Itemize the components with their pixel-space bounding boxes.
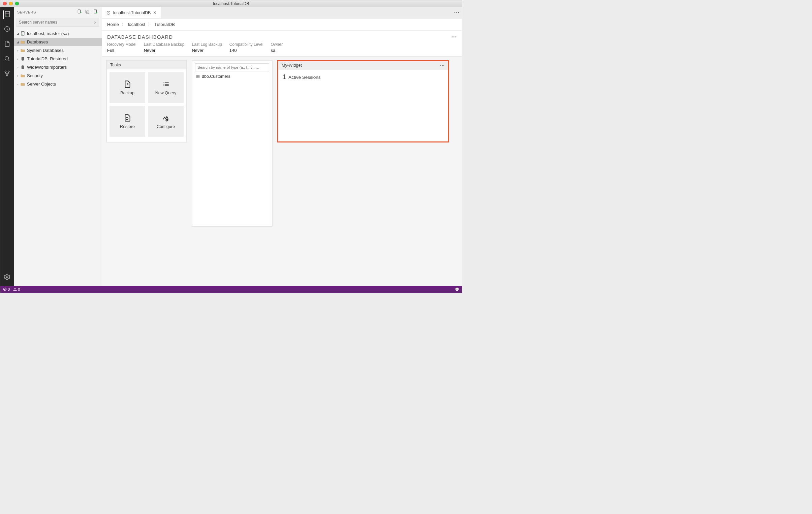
prop-value: Never bbox=[192, 48, 222, 53]
tab-tutorialdb-dashboard[interactable]: localhost:TutorialDB ✕ bbox=[102, 7, 161, 18]
svg-point-5 bbox=[5, 71, 6, 72]
svg-point-24 bbox=[456, 288, 457, 289]
prop-value: sa bbox=[271, 48, 283, 53]
svg-point-23 bbox=[456, 287, 459, 291]
dashboard-properties: Recovery ModelFull Last Database BackupN… bbox=[102, 40, 462, 57]
expand-icon: ▹ bbox=[16, 83, 19, 86]
chevron-right-icon: 〉 bbox=[122, 22, 125, 27]
new-server-group-icon[interactable] bbox=[85, 9, 90, 15]
chevron-right-icon: 〉 bbox=[148, 22, 152, 27]
panel-title: Tasks bbox=[110, 63, 121, 67]
editor-tabs: localhost:TutorialDB ✕ ··· bbox=[102, 7, 462, 19]
tree-server-objects-folder[interactable]: ▹ Server Objects bbox=[14, 80, 102, 88]
task-configure-button[interactable]: Configure bbox=[148, 106, 184, 137]
prop-value: 140 bbox=[229, 48, 263, 53]
object-search-input[interactable] bbox=[198, 65, 267, 69]
svg-rect-11 bbox=[87, 11, 89, 14]
tasks-panel: Tasks Backup New Query bbox=[106, 60, 187, 143]
server-search-box[interactable]: × bbox=[17, 18, 99, 27]
svg-rect-2 bbox=[6, 16, 7, 17]
widget-label: Active Sessions bbox=[288, 75, 320, 80]
tab-overflow-menu-icon[interactable]: ··· bbox=[452, 7, 462, 18]
new-query-icon bbox=[162, 80, 170, 89]
configure-icon bbox=[162, 114, 170, 122]
active-connections-icon[interactable] bbox=[93, 9, 98, 15]
expand-icon: ▹ bbox=[16, 66, 19, 69]
tree-system-databases[interactable]: ▹ System Databases bbox=[14, 46, 102, 55]
dashboard-more-icon[interactable]: ··· bbox=[452, 34, 457, 40]
status-warnings[interactable]: 0 bbox=[13, 287, 20, 291]
tree-label: Databases bbox=[27, 39, 48, 44]
task-label: Backup bbox=[120, 91, 135, 95]
status-bar: 0 0 bbox=[0, 286, 462, 293]
object-search-box[interactable] bbox=[195, 63, 269, 71]
window-title: localhost:TutorialDB bbox=[213, 1, 249, 6]
task-new-query-button[interactable]: New Query bbox=[148, 72, 184, 103]
close-tab-icon[interactable]: ✕ bbox=[153, 10, 157, 15]
dashboard-icon bbox=[106, 10, 111, 15]
svg-rect-9 bbox=[78, 10, 80, 13]
database-icon bbox=[20, 65, 25, 70]
task-label: Restore bbox=[120, 124, 135, 129]
explorer-activity-icon[interactable] bbox=[3, 40, 11, 49]
prop-label: Recovery Model bbox=[107, 42, 137, 47]
table-icon bbox=[196, 74, 200, 79]
svg-point-7 bbox=[6, 74, 8, 76]
breadcrumb-home[interactable]: Home bbox=[107, 22, 119, 27]
dashboard-heading: DATABASE DASHBOARD bbox=[107, 34, 173, 40]
tree-security-folder[interactable]: ▹ Security bbox=[14, 71, 102, 80]
tree-label: WideWorldImporters bbox=[27, 65, 67, 70]
window-titlebar: localhost:TutorialDB bbox=[0, 0, 462, 7]
widget-more-icon[interactable]: ··· bbox=[440, 63, 445, 68]
search-activity-icon[interactable] bbox=[3, 55, 11, 64]
my-widget-panel: My-Widget ··· 1 Active Sessions bbox=[277, 60, 449, 143]
collapse-icon: ◢ bbox=[16, 32, 19, 35]
task-history-activity-icon[interactable] bbox=[3, 25, 11, 34]
expand-icon: ▹ bbox=[16, 49, 19, 52]
breadcrumb-database[interactable]: TutorialDB bbox=[154, 22, 175, 27]
folder-icon bbox=[20, 73, 25, 79]
server-search-input[interactable] bbox=[19, 20, 94, 25]
prop-label: Owner bbox=[271, 42, 283, 47]
close-window-button[interactable] bbox=[3, 2, 7, 5]
restore-icon bbox=[123, 114, 132, 122]
svg-point-4 bbox=[5, 57, 9, 60]
tree-wideworldimporters[interactable]: ▹ WideWorldImporters bbox=[14, 63, 102, 71]
task-restore-button[interactable]: Restore bbox=[110, 106, 145, 137]
server-tree: ◢ localhost, master (sa) ◢ Databases ▹ S… bbox=[14, 28, 102, 88]
svg-rect-1 bbox=[5, 11, 10, 13]
new-connection-icon[interactable] bbox=[77, 9, 82, 15]
status-errors[interactable]: 0 bbox=[3, 287, 10, 291]
task-backup-button[interactable]: Backup bbox=[110, 72, 145, 103]
breadcrumb-server[interactable]: localhost bbox=[128, 22, 145, 27]
sidebar-title: SERVERS bbox=[17, 10, 36, 14]
prop-label: Last Database Backup bbox=[144, 42, 185, 47]
svg-rect-21 bbox=[197, 75, 200, 78]
svg-point-20 bbox=[166, 119, 168, 121]
prop-label: Compatibility Level bbox=[229, 42, 263, 47]
expand-icon: ▹ bbox=[16, 74, 19, 78]
expand-icon: ▹ bbox=[16, 57, 19, 61]
svg-rect-15 bbox=[21, 32, 24, 33]
clear-search-icon[interactable]: × bbox=[94, 20, 97, 25]
servers-activity-icon[interactable] bbox=[3, 10, 11, 19]
window-controls bbox=[3, 2, 19, 5]
prop-value: Full bbox=[107, 48, 137, 53]
main-area: localhost:TutorialDB ✕ ··· Home 〉 localh… bbox=[102, 7, 462, 286]
prop-value: Never bbox=[144, 48, 185, 53]
tree-tutorialdb-restored[interactable]: ▹ TutorialDB_Restored bbox=[14, 55, 102, 63]
feedback-icon[interactable] bbox=[455, 287, 459, 292]
dashboard-content: Tasks Backup New Query bbox=[102, 57, 462, 286]
svg-point-8 bbox=[6, 276, 8, 278]
minimize-window-button[interactable] bbox=[9, 2, 13, 5]
source-control-activity-icon[interactable] bbox=[3, 70, 11, 79]
tree-databases-folder[interactable]: ◢ Databases bbox=[14, 38, 102, 46]
settings-activity-icon[interactable] bbox=[3, 273, 11, 282]
tree-server-root[interactable]: ◢ localhost, master (sa) bbox=[14, 29, 102, 38]
svg-point-25 bbox=[457, 288, 458, 289]
widget-insight: 1 Active Sessions bbox=[278, 70, 448, 84]
svg-rect-0 bbox=[5, 11, 10, 17]
zoom-window-button[interactable] bbox=[15, 2, 19, 5]
error-icon bbox=[3, 287, 7, 291]
search-result-item[interactable]: dbo.Customers bbox=[193, 74, 272, 79]
